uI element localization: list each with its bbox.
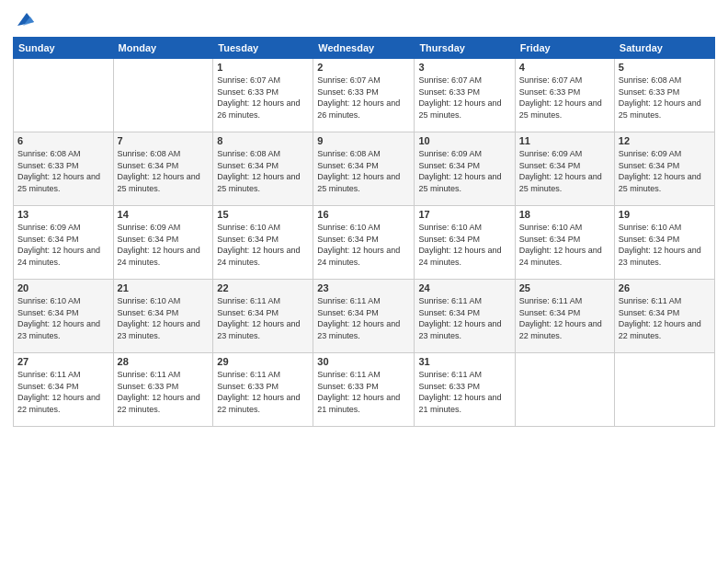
day-info: Sunrise: 6:09 AMSunset: 6:34 PMDaylight:… xyxy=(418,148,510,194)
calendar-day-cell: 9Sunrise: 6:08 AMSunset: 6:34 PMDaylight… xyxy=(313,132,415,206)
column-header-friday: Friday xyxy=(515,38,614,59)
day-info: Sunrise: 6:09 AMSunset: 6:34 PMDaylight:… xyxy=(17,222,109,268)
calendar-day-cell: 30Sunrise: 6:11 AMSunset: 6:33 PMDayligh… xyxy=(313,353,415,427)
calendar-day-cell xyxy=(614,353,714,427)
calendar-day-cell: 7Sunrise: 6:08 AMSunset: 6:34 PMDaylight… xyxy=(113,132,213,206)
column-header-wednesday: Wednesday xyxy=(313,38,415,59)
day-info: Sunrise: 6:07 AMSunset: 6:33 PMDaylight:… xyxy=(217,75,309,121)
day-number: 8 xyxy=(217,135,309,146)
day-info: Sunrise: 6:11 AMSunset: 6:33 PMDaylight:… xyxy=(217,369,309,415)
day-info: Sunrise: 6:11 AMSunset: 6:33 PMDaylight:… xyxy=(317,369,410,415)
day-number: 5 xyxy=(619,62,711,73)
day-number: 29 xyxy=(217,356,309,367)
header-row: SundayMondayTuesdayWednesdayThursdayFrid… xyxy=(14,38,715,59)
calendar-week-3: 13Sunrise: 6:09 AMSunset: 6:34 PMDayligh… xyxy=(14,206,715,280)
day-number: 28 xyxy=(118,356,210,367)
calendar-week-5: 27Sunrise: 6:11 AMSunset: 6:34 PMDayligh… xyxy=(14,353,715,427)
day-info: Sunrise: 6:11 AMSunset: 6:34 PMDaylight:… xyxy=(317,295,410,341)
calendar-week-1: 1Sunrise: 6:07 AMSunset: 6:33 PMDaylight… xyxy=(14,59,715,132)
day-info: Sunrise: 6:10 AMSunset: 6:34 PMDaylight:… xyxy=(17,295,109,341)
day-info: Sunrise: 6:11 AMSunset: 6:34 PMDaylight:… xyxy=(619,295,711,341)
column-header-monday: Monday xyxy=(113,38,213,59)
day-number: 26 xyxy=(619,282,711,293)
day-info: Sunrise: 6:08 AMSunset: 6:33 PMDaylight:… xyxy=(17,148,109,194)
calendar-week-4: 20Sunrise: 6:10 AMSunset: 6:34 PMDayligh… xyxy=(14,280,715,353)
day-number: 2 xyxy=(317,62,410,73)
day-number: 11 xyxy=(519,135,610,146)
day-info: Sunrise: 6:10 AMSunset: 6:34 PMDaylight:… xyxy=(217,222,309,268)
calendar-day-cell xyxy=(515,353,614,427)
day-number: 22 xyxy=(217,282,309,293)
day-info: Sunrise: 6:09 AMSunset: 6:34 PMDaylight:… xyxy=(619,148,711,194)
day-info: Sunrise: 6:08 AMSunset: 6:34 PMDaylight:… xyxy=(118,148,210,194)
day-number: 19 xyxy=(619,209,711,220)
day-info: Sunrise: 6:09 AMSunset: 6:34 PMDaylight:… xyxy=(118,222,210,268)
calendar-day-cell: 24Sunrise: 6:11 AMSunset: 6:34 PMDayligh… xyxy=(415,280,515,353)
day-info: Sunrise: 6:11 AMSunset: 6:34 PMDaylight:… xyxy=(418,295,510,341)
day-number: 10 xyxy=(418,135,510,146)
day-number: 30 xyxy=(317,356,410,367)
calendar-day-cell xyxy=(14,59,114,132)
day-info: Sunrise: 6:08 AMSunset: 6:33 PMDaylight:… xyxy=(619,75,711,121)
day-info: Sunrise: 6:11 AMSunset: 6:34 PMDaylight:… xyxy=(17,369,109,415)
day-info: Sunrise: 6:10 AMSunset: 6:34 PMDaylight:… xyxy=(118,295,210,341)
day-number: 1 xyxy=(217,62,309,73)
page-header xyxy=(13,9,715,29)
calendar-day-cell: 3Sunrise: 6:07 AMSunset: 6:33 PMDaylight… xyxy=(415,59,515,132)
calendar-day-cell: 2Sunrise: 6:07 AMSunset: 6:33 PMDaylight… xyxy=(313,59,415,132)
day-info: Sunrise: 6:08 AMSunset: 6:34 PMDaylight:… xyxy=(317,148,410,194)
calendar-week-2: 6Sunrise: 6:08 AMSunset: 6:33 PMDaylight… xyxy=(14,132,715,206)
calendar-day-cell: 15Sunrise: 6:10 AMSunset: 6:34 PMDayligh… xyxy=(213,206,313,280)
column-header-sunday: Sunday xyxy=(14,38,114,59)
day-number: 18 xyxy=(519,209,610,220)
calendar-day-cell: 8Sunrise: 6:08 AMSunset: 6:34 PMDaylight… xyxy=(213,132,313,206)
calendar-day-cell: 22Sunrise: 6:11 AMSunset: 6:34 PMDayligh… xyxy=(213,280,313,353)
day-number: 27 xyxy=(17,356,109,367)
day-info: Sunrise: 6:10 AMSunset: 6:34 PMDaylight:… xyxy=(418,222,510,268)
day-info: Sunrise: 6:09 AMSunset: 6:34 PMDaylight:… xyxy=(519,148,610,194)
day-number: 6 xyxy=(17,135,109,146)
day-number: 12 xyxy=(619,135,711,146)
calendar-day-cell: 29Sunrise: 6:11 AMSunset: 6:33 PMDayligh… xyxy=(213,353,313,427)
day-info: Sunrise: 6:07 AMSunset: 6:33 PMDaylight:… xyxy=(519,75,610,121)
logo xyxy=(13,9,34,29)
calendar-day-cell: 11Sunrise: 6:09 AMSunset: 6:34 PMDayligh… xyxy=(515,132,614,206)
calendar-day-cell: 20Sunrise: 6:10 AMSunset: 6:34 PMDayligh… xyxy=(14,280,114,353)
day-info: Sunrise: 6:11 AMSunset: 6:33 PMDaylight:… xyxy=(118,369,210,415)
day-number: 15 xyxy=(217,209,309,220)
calendar-day-cell: 27Sunrise: 6:11 AMSunset: 6:34 PMDayligh… xyxy=(14,353,114,427)
calendar-day-cell: 1Sunrise: 6:07 AMSunset: 6:33 PMDaylight… xyxy=(213,59,313,132)
calendar-day-cell: 26Sunrise: 6:11 AMSunset: 6:34 PMDayligh… xyxy=(614,280,714,353)
day-info: Sunrise: 6:07 AMSunset: 6:33 PMDaylight:… xyxy=(418,75,510,121)
calendar-day-cell: 13Sunrise: 6:09 AMSunset: 6:34 PMDayligh… xyxy=(14,206,114,280)
calendar-day-cell: 19Sunrise: 6:10 AMSunset: 6:34 PMDayligh… xyxy=(614,206,714,280)
calendar-day-cell: 16Sunrise: 6:10 AMSunset: 6:34 PMDayligh… xyxy=(313,206,415,280)
day-number: 20 xyxy=(17,282,109,293)
calendar-day-cell: 6Sunrise: 6:08 AMSunset: 6:33 PMDaylight… xyxy=(14,132,114,206)
calendar-day-cell: 18Sunrise: 6:10 AMSunset: 6:34 PMDayligh… xyxy=(515,206,614,280)
day-info: Sunrise: 6:11 AMSunset: 6:34 PMDaylight:… xyxy=(519,295,610,341)
day-number: 24 xyxy=(418,282,510,293)
day-info: Sunrise: 6:11 AMSunset: 6:33 PMDaylight:… xyxy=(418,369,510,415)
day-number: 25 xyxy=(519,282,610,293)
calendar-day-cell: 14Sunrise: 6:09 AMSunset: 6:34 PMDayligh… xyxy=(113,206,213,280)
day-number: 31 xyxy=(418,356,510,367)
day-number: 9 xyxy=(317,135,410,146)
calendar-day-cell: 28Sunrise: 6:11 AMSunset: 6:33 PMDayligh… xyxy=(113,353,213,427)
calendar-day-cell: 5Sunrise: 6:08 AMSunset: 6:33 PMDaylight… xyxy=(614,59,714,132)
day-number: 17 xyxy=(418,209,510,220)
day-number: 3 xyxy=(418,62,510,73)
day-number: 13 xyxy=(17,209,109,220)
day-number: 21 xyxy=(118,282,210,293)
calendar-day-cell: 4Sunrise: 6:07 AMSunset: 6:33 PMDaylight… xyxy=(515,59,614,132)
day-info: Sunrise: 6:10 AMSunset: 6:34 PMDaylight:… xyxy=(519,222,610,268)
day-number: 16 xyxy=(317,209,410,220)
calendar-day-cell: 10Sunrise: 6:09 AMSunset: 6:34 PMDayligh… xyxy=(415,132,515,206)
day-info: Sunrise: 6:10 AMSunset: 6:34 PMDaylight:… xyxy=(619,222,711,268)
calendar-day-cell xyxy=(113,59,213,132)
calendar-day-cell: 23Sunrise: 6:11 AMSunset: 6:34 PMDayligh… xyxy=(313,280,415,353)
day-number: 4 xyxy=(519,62,610,73)
calendar-day-cell: 25Sunrise: 6:11 AMSunset: 6:34 PMDayligh… xyxy=(515,280,614,353)
day-info: Sunrise: 6:10 AMSunset: 6:34 PMDaylight:… xyxy=(317,222,410,268)
column-header-saturday: Saturday xyxy=(614,38,714,59)
